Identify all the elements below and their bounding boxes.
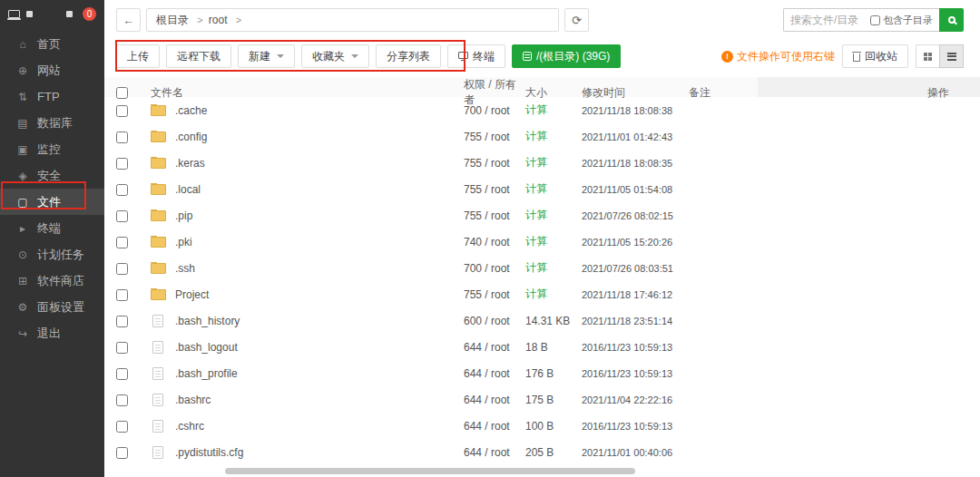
row-checkbox[interactable] bbox=[116, 289, 128, 301]
row-checkbox[interactable] bbox=[116, 131, 128, 143]
table-row[interactable]: .bashrc 644 / root 175 B 2021/11/04 22:2… bbox=[104, 386, 980, 413]
favorites-menu-button[interactable]: 收藏夹 bbox=[301, 44, 369, 68]
root-directory-button[interactable]: /(根目录) (39G) bbox=[512, 44, 621, 68]
table-row[interactable]: .bash_logout 644 / root 18 B 2016/11/23 … bbox=[104, 334, 980, 360]
row-checkbox[interactable] bbox=[116, 316, 128, 327]
file-size-value[interactable]: 计算 bbox=[525, 208, 582, 223]
file-name[interactable]: .pip bbox=[175, 209, 192, 222]
row-checkbox[interactable] bbox=[116, 421, 128, 433]
file-size-value[interactable]: 计算 bbox=[525, 129, 582, 144]
perm-owner-value: 644 / root bbox=[464, 341, 525, 354]
file-name[interactable]: .bash_logout bbox=[175, 341, 238, 354]
message-count-badge[interactable]: 0 bbox=[83, 7, 96, 21]
perm-owner-value: 600 / root bbox=[464, 315, 525, 327]
file-size-value[interactable]: 计算 bbox=[525, 260, 582, 276]
sidebar-item-website[interactable]: ⊕ 网站 bbox=[0, 57, 104, 83]
file-size-value[interactable]: 计算 bbox=[525, 287, 582, 302]
sidebar-item-ftp[interactable]: ⇅ FTP bbox=[0, 83, 104, 110]
file-name[interactable]: .bashrc bbox=[175, 394, 211, 406]
file-size-value[interactable]: 205 B bbox=[525, 446, 582, 459]
sidebar-item-terminal[interactable]: ▸ 终端 bbox=[0, 215, 104, 241]
refresh-button[interactable]: ⟳ bbox=[564, 8, 589, 32]
row-checkbox[interactable] bbox=[116, 237, 128, 248]
search-button[interactable] bbox=[939, 8, 964, 32]
row-checkbox[interactable] bbox=[116, 184, 128, 196]
file-size-value[interactable]: 100 B bbox=[525, 420, 582, 433]
file-size-value[interactable]: 计算 bbox=[525, 234, 582, 249]
file-name[interactable]: .bash_history bbox=[175, 315, 240, 327]
select-all-checkbox[interactable] bbox=[116, 87, 128, 99]
row-checkbox[interactable] bbox=[116, 263, 128, 275]
sidebar-item-files[interactable]: ▢ 文件 bbox=[0, 189, 104, 215]
modified-time-value: 2016/11/23 10:59:13 bbox=[582, 368, 689, 379]
share-list-button[interactable]: 分享列表 bbox=[376, 44, 441, 68]
recycle-bin-button[interactable]: 回收站 bbox=[842, 44, 908, 68]
sidebar-item-logout[interactable]: ↪ 退出 bbox=[0, 320, 104, 346]
table-row[interactable]: .bash_history 600 / root 14.31 KB 2021/1… bbox=[104, 307, 980, 334]
file-size-value[interactable]: 计算 bbox=[525, 155, 582, 170]
terminal-button[interactable]: 终端 bbox=[447, 44, 505, 68]
list-view-button[interactable] bbox=[939, 44, 964, 68]
file-name[interactable]: .cshrc bbox=[175, 420, 204, 433]
file-name[interactable]: .local bbox=[175, 183, 201, 196]
file-name[interactable]: .config bbox=[175, 131, 207, 143]
search-input[interactable] bbox=[790, 14, 866, 26]
table-row[interactable]: .keras 755 / root 计算 2021/11/18 18:08:35 bbox=[104, 150, 980, 176]
include-subdir-option[interactable]: 包含子目录 bbox=[870, 14, 933, 27]
file-size-value[interactable]: 175 B bbox=[525, 394, 582, 406]
column-header-name[interactable]: 文件名 bbox=[151, 85, 464, 101]
column-header-mtime[interactable]: 修改时间 bbox=[582, 85, 689, 101]
table-row[interactable]: .pydistutils.cfg 644 / root 205 B 2021/1… bbox=[104, 439, 980, 465]
file-size-value[interactable]: 计算 bbox=[525, 181, 582, 197]
sidebar-item-home[interactable]: ⌂ 首页 bbox=[0, 31, 104, 57]
file-name[interactable]: .pydistutils.cfg bbox=[175, 446, 243, 459]
grid-view-button[interactable] bbox=[916, 44, 940, 68]
back-button[interactable]: ← bbox=[116, 8, 141, 32]
file-name[interactable]: .bash_profile bbox=[175, 367, 238, 380]
upload-button[interactable]: 上传 bbox=[116, 44, 160, 68]
sidebar-item-appstore[interactable]: ⊞ 软件商店 bbox=[0, 268, 104, 294]
breadcrumb-item[interactable]: 根目录 bbox=[156, 14, 189, 26]
table-row[interactable]: .cshrc 644 / root 100 B 2016/11/23 10:59… bbox=[104, 413, 980, 439]
new-menu-button[interactable]: 新建 bbox=[238, 44, 295, 68]
file-size-value[interactable]: 18 B bbox=[525, 341, 582, 354]
column-header-perm-owner[interactable]: 权限 / 所有者 bbox=[464, 77, 525, 108]
row-checkbox[interactable] bbox=[116, 158, 128, 170]
sidebar-item-security[interactable]: ◈ 安全 bbox=[0, 162, 104, 189]
row-checkbox[interactable] bbox=[116, 105, 128, 117]
include-subdir-checkbox[interactable] bbox=[870, 15, 880, 25]
file-size-value[interactable]: 176 B bbox=[525, 367, 582, 380]
row-checkbox[interactable] bbox=[116, 394, 128, 406]
file-size-value[interactable]: 14.31 KB bbox=[525, 315, 582, 327]
table-row[interactable]: .pip 755 / root 计算 2021/07/26 08:02:15 bbox=[104, 202, 980, 229]
sidebar-item-cron[interactable]: ⊙ 计划任务 bbox=[0, 241, 104, 268]
table-row[interactable]: .bash_profile 644 / root 176 B 2016/11/2… bbox=[104, 360, 980, 386]
row-checkbox[interactable] bbox=[116, 368, 128, 380]
file-size-value[interactable]: 计算 bbox=[525, 102, 582, 118]
row-checkbox[interactable] bbox=[116, 210, 128, 222]
remote-download-button[interactable]: 远程下载 bbox=[166, 44, 231, 68]
share-list-label: 分享列表 bbox=[387, 49, 430, 64]
horizontal-scrollbar-thumb[interactable] bbox=[225, 468, 635, 474]
sidebar-item-database[interactable]: ▤ 数据库 bbox=[0, 110, 104, 136]
table-row[interactable]: .local 755 / root 计算 2021/11/05 01:54:08 bbox=[104, 176, 980, 202]
table-row[interactable]: .cache 700 / root 计算 2021/11/18 18:08:38 bbox=[104, 97, 980, 123]
file-name[interactable]: .cache bbox=[175, 104, 207, 117]
file-name[interactable]: .ssh bbox=[175, 262, 195, 275]
row-checkbox[interactable] bbox=[116, 447, 128, 459]
file-name[interactable]: Project bbox=[175, 288, 209, 301]
table-row[interactable]: .ssh 700 / root 计算 2021/07/26 08:03:51 bbox=[104, 255, 980, 281]
square-icon bbox=[26, 11, 33, 17]
breadcrumb-item[interactable]: root bbox=[209, 14, 228, 26]
column-header-size[interactable]: 大小 bbox=[525, 85, 582, 101]
table-row[interactable]: Project 755 / root 计算 2021/11/18 17:46:1… bbox=[104, 281, 980, 307]
row-checkbox[interactable] bbox=[116, 342, 128, 354]
file-name[interactable]: .keras bbox=[175, 157, 205, 170]
sidebar-item-settings[interactable]: ⚙ 面板设置 bbox=[0, 294, 104, 320]
table-row[interactable]: .config 755 / root 计算 2021/11/01 01:42:4… bbox=[104, 123, 980, 150]
perm-owner-value: 755 / root bbox=[464, 131, 525, 143]
file-name[interactable]: .pki bbox=[175, 236, 192, 248]
sidebar-item-monitor[interactable]: ▣ 监控 bbox=[0, 136, 104, 162]
table-row[interactable]: .pki 740 / root 计算 2021/11/05 15:20:26 bbox=[104, 229, 980, 255]
modified-time-value: 2021/11/18 17:46:12 bbox=[582, 289, 689, 300]
